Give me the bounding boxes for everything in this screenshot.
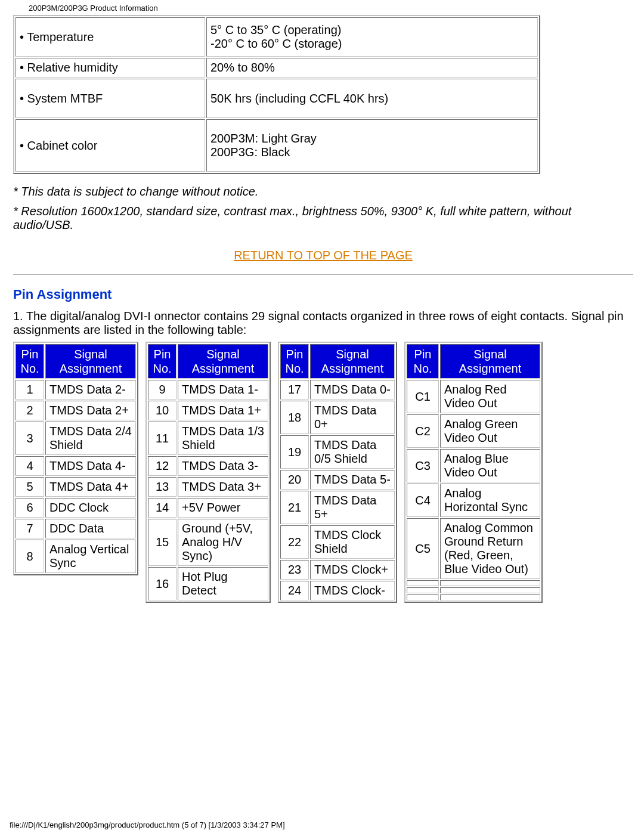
divider xyxy=(13,274,633,275)
spec-value: 200P3M: Light Gray 200P3G: Black xyxy=(206,119,538,172)
pin-signal: TMDS Data 0- xyxy=(310,380,395,400)
section-title: Pin Assignment xyxy=(13,287,633,302)
return-to-top: RETURN TO TOP OF THE PAGE xyxy=(13,249,633,262)
table-row: 23TMDS Clock+ xyxy=(280,560,395,580)
pin-signal: TMDS Data 4- xyxy=(45,456,136,476)
pin-signal: TMDS Data 1/3 Shield xyxy=(178,422,268,455)
table-row xyxy=(407,594,540,600)
spec-label: • Cabinet color xyxy=(16,119,205,172)
pin-signal: TMDS Data 1- xyxy=(178,380,268,400)
pin-number: 3 xyxy=(16,422,44,455)
table-row: • Temperature5° C to 35° C (operating) -… xyxy=(16,17,538,57)
pin-signal: TMDS Data 0/5 Shield xyxy=(310,435,395,469)
spec-table: • Temperature5° C to 35° C (operating) -… xyxy=(13,15,540,174)
pin-number: C5 xyxy=(407,518,439,579)
pin-number: 11 xyxy=(148,422,177,455)
note-1: * This data is subject to change without… xyxy=(13,185,633,199)
table-row: 9TMDS Data 1- xyxy=(148,380,268,400)
table-row: 4TMDS Data 4- xyxy=(16,456,136,476)
table-row: 19TMDS Data 0/5 Shield xyxy=(280,435,395,469)
pin-signal: TMDS Clock- xyxy=(310,581,395,600)
pin-table-3: PinNo.SignalAssignment17TMDS Data 0-18TM… xyxy=(278,342,397,603)
pin-signal: Hot Plug Detect xyxy=(178,567,268,600)
pin-number: C3 xyxy=(407,449,439,482)
spec-value: 20% to 80% xyxy=(206,58,538,78)
pin-signal: Analog Red Video Out xyxy=(440,380,540,413)
pin-signal: TMDS Clock Shield xyxy=(310,525,395,559)
pin-header-no: PinNo. xyxy=(16,344,44,379)
table-row xyxy=(407,580,540,586)
pin-signal: Analog Horizontal Sync xyxy=(440,484,540,517)
pin-signal: Analog Green Video Out xyxy=(440,414,540,448)
pin-table-2: PinNo.SignalAssignment9TMDS Data 1-10TMD… xyxy=(145,342,271,603)
table-row: 10TMDS Data 1+ xyxy=(148,401,268,420)
table-row xyxy=(407,587,540,593)
pin-signal: TMDS Data 3- xyxy=(178,456,268,476)
pin-signal: Analog Common Ground Return (Red, Green,… xyxy=(440,518,540,579)
spec-label: • System MTBF xyxy=(16,79,205,118)
pin-number: 10 xyxy=(148,401,177,420)
pin-signal: Ground (+5V, Analog H/V Sync) xyxy=(178,519,268,566)
pin-number: 7 xyxy=(16,519,44,538)
table-row: 11TMDS Data 1/3 Shield xyxy=(148,422,268,455)
return-to-top-link[interactable]: RETURN TO TOP OF THE PAGE xyxy=(234,249,413,262)
pin-signal: TMDS Data 2- xyxy=(45,380,136,400)
pin-number: 5 xyxy=(16,477,44,497)
pin-number: 6 xyxy=(16,498,44,518)
pin-header-no: PinNo. xyxy=(407,344,439,379)
pin-tables: PinNo.SignalAssignment1TMDS Data 2-2TMDS… xyxy=(13,342,633,603)
pin-number: 9 xyxy=(148,380,177,400)
pin-number: 4 xyxy=(16,456,44,476)
table-row: 15Ground (+5V, Analog H/V Sync) xyxy=(148,519,268,566)
pin-signal: TMDS Data 4+ xyxy=(45,477,136,497)
pin-number: 17 xyxy=(280,380,309,400)
spec-value: 5° C to 35° C (operating) -20° C to 60° … xyxy=(206,17,538,57)
pin-number: 24 xyxy=(280,581,309,600)
table-row: 17TMDS Data 0- xyxy=(280,380,395,400)
pin-header-signal: SignalAssignment xyxy=(45,344,136,379)
pin-signal: TMDS Data 5- xyxy=(310,470,395,490)
pin-signal: Analog Vertical Sync xyxy=(45,540,136,573)
table-row: 16Hot Plug Detect xyxy=(148,567,268,600)
pin-number: 12 xyxy=(148,456,177,476)
pin-number: 21 xyxy=(280,491,309,524)
pin-number: 22 xyxy=(280,525,309,559)
table-row: 18TMDS Data 0+ xyxy=(280,401,395,434)
pin-number: 18 xyxy=(280,401,309,434)
table-row: C1Analog Red Video Out xyxy=(407,380,540,413)
spec-label: • Temperature xyxy=(16,17,205,57)
pin-header-no: PinNo. xyxy=(148,344,177,379)
pin-number: 1 xyxy=(16,380,44,400)
pin-number: 14 xyxy=(148,498,177,518)
pin-number: 8 xyxy=(16,540,44,573)
table-row: 13TMDS Data 3+ xyxy=(148,477,268,497)
pin-number: 2 xyxy=(16,401,44,420)
table-row: 1TMDS Data 2- xyxy=(16,380,136,400)
table-row: C2Analog Green Video Out xyxy=(407,414,540,448)
table-row: C3Analog Blue Video Out xyxy=(407,449,540,482)
pin-signal: Analog Blue Video Out xyxy=(440,449,540,482)
pin-number xyxy=(407,587,439,593)
table-row: C4Analog Horizontal Sync xyxy=(407,484,540,517)
pin-signal xyxy=(440,580,540,586)
table-row: • Cabinet color200P3M: Light Gray 200P3G… xyxy=(16,119,538,172)
spec-label: • Relative humidity xyxy=(16,58,205,78)
pin-header-signal: SignalAssignment xyxy=(440,344,540,379)
table-row: • Relative humidity20% to 80% xyxy=(16,58,538,78)
pin-signal: TMDS Data 1+ xyxy=(178,401,268,420)
pin-number: 16 xyxy=(148,567,177,600)
section-intro: 1. The digital/analog DVI-I onnector con… xyxy=(13,309,633,337)
table-row: 24TMDS Clock- xyxy=(280,581,395,600)
table-row: 8Analog Vertical Sync xyxy=(16,540,136,573)
pin-signal: TMDS Data 0+ xyxy=(310,401,395,434)
pin-number: C1 xyxy=(407,380,439,413)
pin-signal xyxy=(440,594,540,600)
pin-signal: TMDS Data 3+ xyxy=(178,477,268,497)
pin-header-signal: SignalAssignment xyxy=(310,344,395,379)
pin-number: 19 xyxy=(280,435,309,469)
table-row: C5Analog Common Ground Return (Red, Gree… xyxy=(407,518,540,579)
pin-number: 13 xyxy=(148,477,177,497)
table-row: 14+5V Power xyxy=(148,498,268,518)
table-row: • System MTBF50K hrs (including CCFL 40K… xyxy=(16,79,538,118)
pin-signal: DDC Clock xyxy=(45,498,136,518)
